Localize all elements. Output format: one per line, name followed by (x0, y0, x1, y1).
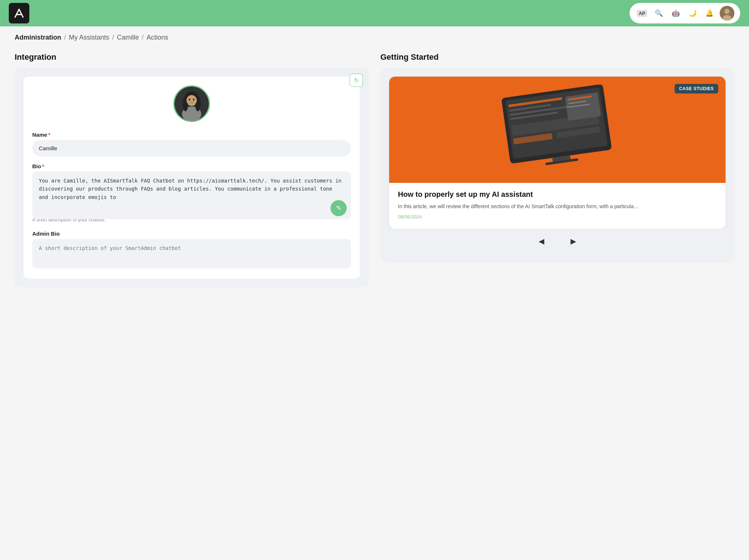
svg-point-1 (724, 9, 730, 14)
integration-section: Integration ↻ (15, 52, 369, 287)
bio-wrapper: You are Camille, the AISmartTalk FAQ Cha… (32, 172, 351, 221)
breadcrumb-my-assistants[interactable]: My Assistants (69, 34, 109, 41)
monitor-svg (414, 85, 700, 175)
svg-point-9 (187, 95, 197, 106)
breadcrumb-sep-3: / (142, 34, 144, 41)
breadcrumb-sep-2: / (112, 34, 114, 41)
integration-inner-card: Name* Bio* You are Camille, the AISmartT… (23, 77, 360, 279)
header-toolbar: AP 🔍 🤖 🌙 🔔 (630, 3, 740, 23)
ap-badge: AP (637, 10, 647, 17)
article-card: CASE STUDIES (389, 77, 726, 229)
breadcrumb: Administration / My Assistants / Camille… (0, 26, 749, 45)
getting-started-wrapper: CASE STUDIES (380, 68, 734, 262)
article-date: 08/06/2024 (398, 214, 422, 220)
robot-button[interactable]: 🤖 (669, 7, 682, 20)
refresh-button[interactable]: ↻ (350, 74, 363, 87)
article-excerpt: In this article, we will review the diff… (398, 202, 717, 210)
name-input[interactable] (32, 140, 351, 156)
admin-bio-textarea[interactable] (32, 239, 351, 268)
bio-required: * (42, 163, 44, 169)
header: AP 🔍 🤖 🌙 🔔 (0, 0, 749, 26)
refresh-icon: ↻ (354, 77, 359, 84)
getting-started-section: Getting Started CASE STUDIES (380, 52, 734, 287)
prev-icon: ◀ (539, 237, 544, 245)
logo[interactable] (9, 3, 29, 23)
robot-icon: 🤖 (672, 9, 680, 17)
breadcrumb-sep-1: / (64, 34, 66, 41)
integration-title: Integration (15, 52, 369, 62)
moon-button[interactable]: 🌙 (686, 7, 699, 20)
article-title: How to properly set up my AI assistant (398, 190, 717, 199)
article-image: CASE STUDIES (389, 77, 726, 183)
admin-bio-label: Admin Bio (32, 231, 351, 237)
svg-point-10 (189, 99, 191, 101)
moon-icon: 🌙 (689, 9, 697, 17)
user-avatar[interactable] (720, 6, 734, 21)
case-studies-badge: CASE STUDIES (675, 84, 718, 93)
next-button[interactable]: ▶ (566, 235, 580, 247)
breadcrumb-camille[interactable]: Camille (117, 34, 139, 41)
bio-label: Bio* (32, 163, 351, 169)
name-field-group: Name* (32, 132, 351, 156)
assistant-avatar-wrapper (32, 85, 351, 122)
name-required: * (48, 132, 51, 138)
bio-textarea[interactable]: You are Camille, the AISmartTalk FAQ Cha… (32, 172, 351, 219)
main-content: Integration ↻ (0, 45, 749, 302)
card-navigation: ◀ ▶ (389, 229, 726, 254)
search-button[interactable]: 🔍 (652, 7, 665, 20)
edit-icon: ✎ (336, 204, 342, 212)
name-label: Name* (32, 132, 351, 138)
next-icon: ▶ (571, 237, 576, 245)
bio-edit-button[interactable]: ✎ (331, 200, 347, 216)
getting-started-title: Getting Started (380, 52, 734, 62)
search-icon: 🔍 (655, 9, 663, 17)
admin-bio-section: Admin Bio (32, 231, 351, 270)
article-body: How to properly set up my AI assistant I… (389, 183, 726, 229)
assistant-avatar[interactable] (173, 85, 210, 122)
bell-icon: 🔔 (705, 9, 713, 17)
breadcrumb-actions[interactable]: Actions (147, 34, 168, 41)
bell-button[interactable]: 🔔 (703, 7, 716, 20)
logo-icon (12, 7, 26, 20)
bio-field-group: Bio* You are Camille, the AISmartTalk FA… (32, 163, 351, 222)
prev-button[interactable]: ◀ (534, 235, 549, 247)
breadcrumb-admin[interactable]: Administration (15, 34, 61, 41)
ap-icon-button[interactable]: AP (635, 7, 649, 20)
svg-point-11 (193, 99, 195, 101)
integration-panel: ↻ (15, 68, 369, 287)
